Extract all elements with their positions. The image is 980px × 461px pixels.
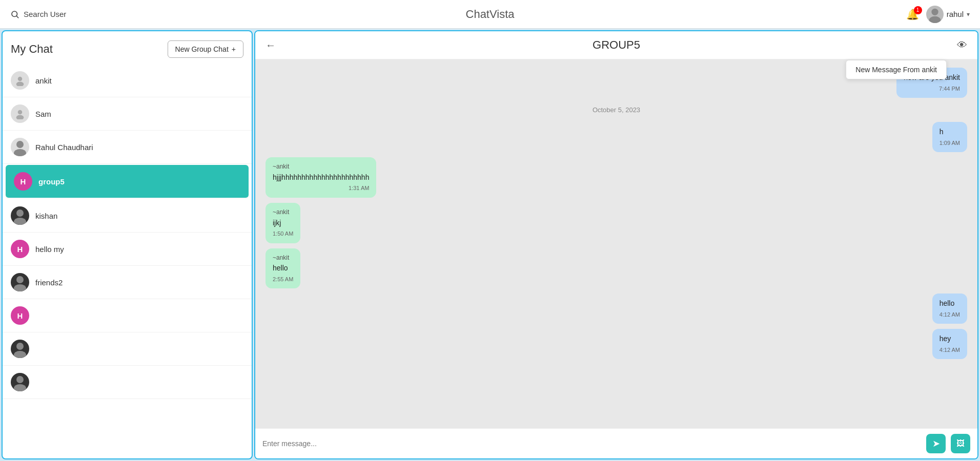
- chat-item-kishan[interactable]: kishan: [3, 199, 252, 233]
- bubble-text-5: hello: [273, 263, 293, 274]
- chevron-down-icon: ▾: [967, 11, 970, 18]
- bubble-text-2: h: [940, 127, 960, 137]
- image-attach-button[interactable]: 🖼: [951, 434, 970, 453]
- avatar-ankit: [11, 71, 29, 90]
- chat-title: GROUP5: [276, 38, 957, 52]
- svg-point-12: [16, 276, 24, 283]
- bubble-2: h 1:09 AM: [932, 122, 967, 152]
- bubble-sender-3: ~ankit: [273, 162, 369, 171]
- chat-name-kishan: kishan: [35, 212, 57, 220]
- chat-item-ankit[interactable]: ankit: [3, 64, 252, 97]
- chat-item-unknown1[interactable]: H: [3, 299, 252, 332]
- bubble-6: hello 4:12 AM: [932, 294, 967, 324]
- chat-name-hellomy: hello my: [35, 245, 64, 254]
- bubble-text-3: hjjjhhhhhhhhhhhhhhhhhhhhhh: [273, 173, 369, 183]
- send-button[interactable]: ➤: [926, 434, 946, 453]
- avatar-hellomy: H: [11, 240, 29, 258]
- svg-point-11: [14, 218, 26, 225]
- plus-icon: +: [232, 45, 236, 53]
- bubble-time-3: 1:31 AM: [273, 184, 369, 192]
- message-row-3: ~ankit hjjjhhhhhhhhhhhhhhhhhhhhhh 1:31 A…: [266, 157, 967, 198]
- back-button[interactable]: ←: [266, 39, 276, 51]
- bubble-time-4: 1:50 AM: [273, 230, 293, 238]
- svg-point-4: [18, 77, 23, 81]
- svg-point-13: [14, 284, 26, 291]
- svg-point-7: [16, 115, 24, 119]
- avatar-sam: [11, 104, 29, 123]
- message-input[interactable]: [262, 439, 921, 448]
- messages-area: how are you ankit 7:44 PM October 5, 202…: [255, 59, 977, 428]
- app-title: ChatVista: [466, 8, 515, 21]
- svg-point-9: [14, 149, 26, 156]
- notification-badge: 1: [914, 6, 922, 14]
- bubble-text-4: ijkj: [273, 218, 293, 228]
- svg-point-5: [16, 81, 24, 86]
- chat-item-unknown2[interactable]: [3, 332, 252, 366]
- chat-name-rahul: Rahul Chaudhari: [35, 143, 93, 152]
- svg-point-16: [16, 376, 24, 383]
- svg-point-8: [16, 141, 24, 148]
- chat-panel: New Message From ankit ← GROUP5 👁 how ar…: [254, 30, 978, 459]
- bubble-text-7: hey: [940, 334, 960, 344]
- header-right: 🔔 1 rahul ▾: [906, 6, 970, 23]
- chat-name-sam: Sam: [35, 110, 51, 118]
- bubble-sender-4: ~ankit: [273, 208, 293, 217]
- bubble-time-1: 7:44 PM: [904, 85, 960, 93]
- avatar-group5: H: [14, 172, 32, 191]
- chat-item-hellomy[interactable]: H hello my: [3, 233, 252, 266]
- chat-header: ← GROUP5 👁: [255, 31, 977, 59]
- user-menu[interactable]: rahul ▾: [926, 6, 970, 23]
- svg-line-1: [16, 16, 18, 17]
- message-row-2: h 1:09 AM: [266, 122, 967, 152]
- message-row-4: ~ankit ijkj 1:50 AM: [266, 203, 967, 243]
- bubble-time-2: 1:09 AM: [940, 139, 960, 147]
- bubble-time-7: 4:12 AM: [940, 346, 960, 354]
- svg-point-3: [929, 16, 941, 23]
- date-divider: October 5, 2023: [266, 106, 967, 114]
- new-group-label: New Group Chat: [175, 45, 229, 53]
- search-user-button[interactable]: Search User: [10, 10, 66, 19]
- svg-point-15: [14, 351, 26, 358]
- message-row-6: hello 4:12 AM: [266, 294, 967, 324]
- chat-item-rahul[interactable]: Rahul Chaudhari: [3, 131, 252, 164]
- bubble-4: ~ankit ijkj 1:50 AM: [266, 203, 300, 243]
- sidebar-header: My Chat New Group Chat +: [3, 31, 252, 64]
- bubble-7: hey 4:12 AM: [932, 329, 967, 359]
- chat-item-sam[interactable]: Sam: [3, 97, 252, 131]
- user-name: rahul: [947, 10, 964, 18]
- bubble-time-5: 2:55 AM: [273, 276, 293, 283]
- chat-item-group5[interactable]: H group5: [6, 165, 249, 198]
- chat-item-friends2[interactable]: friends2: [3, 266, 252, 299]
- chat-list: ankit Sam Rahul Chaudhari H group5: [3, 64, 252, 458]
- avatar-kishan: [11, 206, 29, 225]
- svg-point-10: [16, 209, 24, 217]
- chat-name-friends2: friends2: [35, 278, 63, 287]
- image-icon: 🖼: [956, 439, 965, 448]
- message-row-5: ~ankit hello 2:55 AM: [266, 248, 967, 289]
- bubble-3: ~ankit hjjjhhhhhhhhhhhhhhhhhhhhhh 1:31 A…: [266, 157, 376, 198]
- svg-point-6: [18, 110, 23, 115]
- bubble-5: ~ankit hello 2:55 AM: [266, 248, 300, 289]
- send-icon: ➤: [932, 438, 940, 449]
- avatar-friends2: [11, 273, 29, 291]
- search-label: Search User: [24, 10, 66, 18]
- svg-point-2: [931, 8, 938, 15]
- notification-popup: New Message From ankit: [846, 60, 947, 79]
- sidebar: My Chat New Group Chat + ankit Sam: [2, 30, 253, 459]
- chat-name-ankit: ankit: [35, 76, 52, 85]
- notification-popup-text: New Message From ankit: [855, 66, 937, 74]
- message-row-7: hey 4:12 AM: [266, 329, 967, 359]
- bubble-sender-5: ~ankit: [273, 254, 293, 262]
- main-layout: My Chat New Group Chat + ankit Sam: [0, 29, 980, 461]
- avatar-unknown1: H: [11, 306, 29, 325]
- eye-icon[interactable]: 👁: [957, 39, 967, 51]
- new-group-chat-button[interactable]: New Group Chat +: [168, 40, 243, 58]
- avatar-unknown2: [11, 340, 29, 358]
- sidebar-title: My Chat: [11, 43, 53, 56]
- chat-input-area: ➤ 🖼: [255, 428, 977, 458]
- chat-item-unknown3[interactable]: [3, 366, 252, 399]
- bubble-text-6: hello: [940, 299, 960, 309]
- avatar-rahul: [11, 138, 29, 156]
- notification-bell[interactable]: 🔔 1: [906, 8, 919, 20]
- avatar: [926, 6, 944, 23]
